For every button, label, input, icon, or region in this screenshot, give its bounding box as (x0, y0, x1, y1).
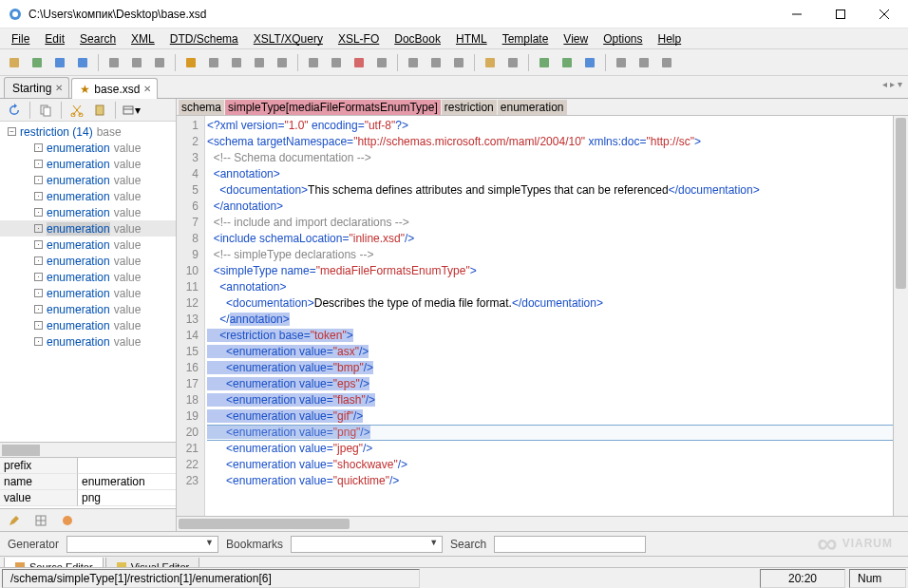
tree-item[interactable]: ·enumerationvalue (0, 172, 176, 188)
toolbar-btn-3[interactable] (72, 52, 93, 73)
search-input[interactable] (494, 536, 646, 553)
toolbar-btn-4[interactable] (104, 52, 124, 73)
menu-options[interactable]: Options (596, 29, 650, 48)
menu-xsltxquery[interactable]: XSLT/XQuery (246, 29, 331, 48)
toolbar-btn-13[interactable] (326, 52, 347, 73)
tree-item[interactable]: ·enumerationvalue (0, 220, 176, 237)
copy-icon[interactable] (35, 100, 56, 121)
outline-tree[interactable]: −restriction (14)base·enumerationvalue·e… (0, 122, 176, 442)
tree-item[interactable]: ·enumerationvalue (0, 285, 176, 301)
editor-vscroll[interactable] (893, 116, 908, 516)
code-line[interactable]: <simpleType name="mediaFileFormatsEnumTy… (207, 263, 893, 279)
tree-item[interactable]: ·enumerationvalue (0, 317, 176, 333)
prop-row[interactable]: prefix (0, 458, 176, 474)
properties-grid[interactable]: prefixnameenumerationvaluepng (0, 457, 176, 508)
prop-row[interactable]: nameenumeration (0, 474, 176, 490)
breadcrumb-simpletype[interactable]: simpleType[mediaFileFormatsEnumType] (225, 100, 441, 115)
tree-item[interactable]: ·enumerationvalue (0, 188, 176, 204)
settings-icon[interactable]: ▾ (121, 100, 142, 121)
toolbar-btn-22[interactable] (557, 52, 577, 73)
grid-icon[interactable] (30, 510, 51, 531)
tree-item[interactable]: ·enumerationvalue (0, 253, 176, 269)
code-line[interactable]: <!-- include and import declarations --> (207, 215, 893, 231)
breadcrumb-restriction[interactable]: restriction (442, 100, 497, 115)
menu-edit[interactable]: Edit (37, 29, 72, 48)
toolbar-btn-10[interactable] (249, 52, 270, 73)
close-icon[interactable]: ✕ (143, 84, 151, 94)
code-line[interactable]: <enumeration value="eps"/> (207, 376, 893, 392)
menu-template[interactable]: Template (495, 29, 557, 48)
toolbar-btn-0[interactable] (4, 52, 25, 73)
code-line[interactable]: <enumeration value="bmp"/> (207, 360, 893, 376)
menu-xml[interactable]: XML (123, 29, 162, 48)
code-line[interactable]: <documentation>Describes the type of med… (207, 295, 893, 312)
toolbar-btn-19[interactable] (480, 52, 501, 73)
toolbar-btn-2[interactable] (49, 52, 70, 73)
code-content[interactable]: <?xml version="1.0" encoding="utf-8"?><s… (205, 116, 893, 516)
menu-xslfo[interactable]: XSL-FO (331, 29, 387, 48)
breadcrumb-enumeration[interactable]: enumeration (498, 100, 567, 115)
toolbar-btn-18[interactable] (448, 52, 469, 73)
cut-icon[interactable] (66, 100, 87, 121)
code-line[interactable]: <enumeration value="gif"/> (207, 408, 893, 425)
minimize-button[interactable] (775, 0, 819, 28)
toolbar-btn-25[interactable] (634, 52, 654, 73)
toolbar-btn-23[interactable] (579, 52, 600, 73)
menu-file[interactable]: File (4, 29, 37, 48)
menu-docbook[interactable]: DocBook (387, 29, 448, 48)
code-line[interactable]: <enumeration value="quicktime"/> (207, 473, 893, 489)
tree-root[interactable]: −restriction (14)base (0, 123, 176, 140)
toolbar-btn-8[interactable] (203, 52, 224, 73)
tab-starting[interactable]: Starting✕ (4, 77, 69, 98)
toolbar-btn-20[interactable] (502, 52, 523, 73)
close-button[interactable] (862, 0, 906, 28)
pencil-icon[interactable] (4, 510, 25, 531)
code-line[interactable]: <enumeration value="jpeg"/> (207, 441, 893, 457)
code-line[interactable]: <annotation> (207, 279, 893, 295)
menu-help[interactable]: Help (651, 29, 690, 48)
toolbar-btn-26[interactable] (656, 52, 677, 73)
tree-item[interactable]: ·enumerationvalue (0, 301, 176, 317)
close-icon[interactable]: ✕ (55, 83, 63, 93)
toolbar-btn-14[interactable] (349, 52, 369, 73)
code-line[interactable]: <documentation>This schema defines attri… (207, 182, 893, 199)
code-line[interactable]: <enumeration value="asx"/> (207, 344, 893, 360)
code-line[interactable]: <include schemaLocation="inline.xsd"/> (207, 231, 893, 247)
bookmarks-select[interactable] (291, 536, 443, 553)
toolbar-btn-12[interactable] (303, 52, 324, 73)
toolbar-btn-1[interactable] (27, 52, 47, 73)
code-line[interactable]: <!-- Schema documentation --> (207, 150, 893, 166)
generator-select[interactable] (66, 536, 218, 553)
tree-item[interactable]: ·enumerationvalue (0, 140, 176, 156)
code-line[interactable]: <?xml version="1.0" encoding="utf-8"?> (207, 118, 893, 134)
toolbar-btn-6[interactable] (149, 52, 170, 73)
code-line[interactable]: <enumeration value="png"/> (207, 425, 893, 441)
tree-item[interactable]: ·enumerationvalue (0, 156, 176, 172)
toolbar-btn-11[interactable] (272, 52, 293, 73)
toolbar-btn-9[interactable] (226, 52, 247, 73)
toolbar-btn-7[interactable] (180, 52, 201, 73)
code-line[interactable]: <enumeration value="shockwave"/> (207, 457, 893, 473)
menu-search[interactable]: Search (72, 29, 123, 48)
toolbar-btn-24[interactable] (611, 52, 632, 73)
toolbar-btn-15[interactable] (371, 52, 392, 73)
sidebar-hscroll[interactable] (0, 442, 176, 457)
toolbar-btn-5[interactable] (126, 52, 147, 73)
code-line[interactable]: <annotation> (207, 166, 893, 182)
tab-nav[interactable]: ◂ ▸ ▾ (882, 79, 902, 89)
code-line[interactable]: </annotation> (207, 312, 893, 328)
editor-hscroll[interactable] (177, 516, 908, 531)
menu-dtdschema[interactable]: DTD/Schema (162, 29, 246, 48)
breadcrumb[interactable]: schema simpleType[mediaFileFormatsEnumTy… (177, 99, 908, 116)
code-line[interactable]: <enumeration value="flash"/> (207, 392, 893, 408)
code-area[interactable]: 1234567891011121314151617181920212223 <?… (177, 116, 908, 516)
toolbar-btn-17[interactable] (426, 52, 446, 73)
paste-icon[interactable] (89, 100, 110, 121)
menu-html[interactable]: HTML (448, 29, 495, 48)
refresh-icon[interactable] (4, 100, 25, 121)
tree-item[interactable]: ·enumerationvalue (0, 269, 176, 285)
breadcrumb-schema[interactable]: schema (179, 100, 224, 115)
menu-view[interactable]: View (556, 29, 596, 48)
tree-item[interactable]: ·enumerationvalue (0, 333, 176, 350)
code-line[interactable]: </annotation> (207, 199, 893, 215)
